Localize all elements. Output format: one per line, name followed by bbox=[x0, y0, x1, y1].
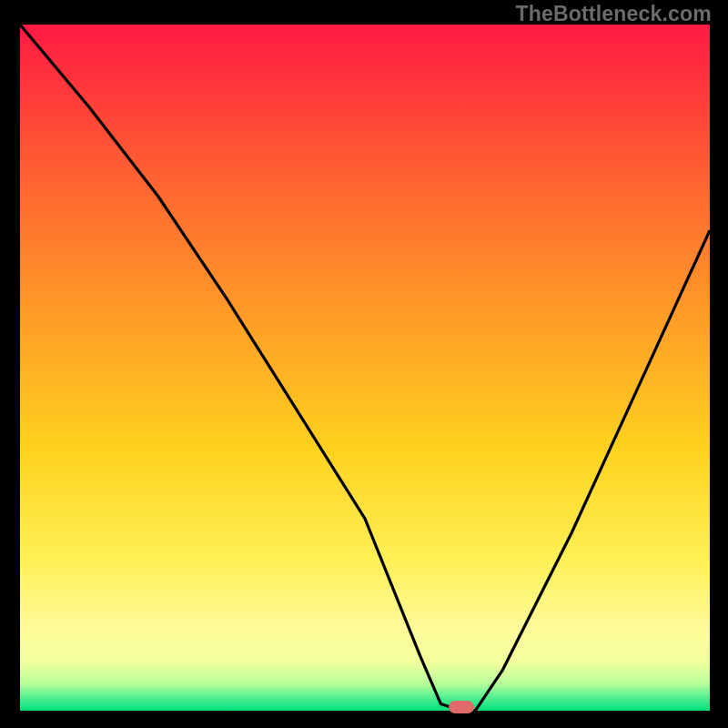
curve-svg bbox=[20, 25, 710, 711]
watermark-text: TheBottleneck.com bbox=[515, 2, 712, 26]
bottleneck-curve-path bbox=[20, 25, 710, 711]
minimum-marker bbox=[449, 701, 474, 713]
chart-frame: TheBottleneck.com bbox=[0, 0, 728, 728]
plot-area bbox=[20, 25, 710, 711]
